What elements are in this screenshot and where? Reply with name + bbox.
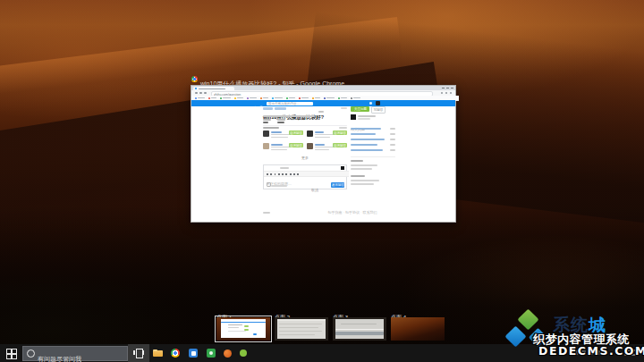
sidebar-text-line (351, 164, 377, 166)
related-question-link[interactable] (351, 133, 376, 135)
bookmark-star-icon[interactable] (441, 92, 443, 94)
bookmark-item[interactable] (234, 97, 243, 99)
more-link[interactable]: 更多 (263, 156, 347, 160)
taskbar-icon-file-explorer[interactable] (148, 344, 166, 362)
refresh-invites-link[interactable] (339, 127, 347, 129)
minimize-button[interactable] (442, 88, 445, 89)
invite-answer-button[interactable]: 邀请回答 (333, 143, 347, 147)
invite-user-name[interactable] (271, 144, 283, 146)
editor-placeholder[interactable]: 写下你的回答… (267, 177, 329, 181)
invite-avatar[interactable] (307, 130, 313, 137)
bookmark-item[interactable] (338, 97, 347, 99)
back-button[interactable] (195, 92, 198, 95)
question-sidebar: 关注问题 写回答 相关问题 (351, 106, 395, 222)
bookmark-item[interactable] (247, 97, 257, 99)
edit-link[interactable] (318, 111, 324, 113)
start-button[interactable] (0, 344, 21, 362)
related-question-link[interactable] (351, 149, 383, 151)
invite-avatar[interactable] (263, 130, 269, 137)
invite-answer-button[interactable]: 邀请回答 (333, 130, 347, 135)
maximize-button[interactable] (446, 88, 449, 89)
taskbar-icon-blue-app[interactable] (184, 344, 202, 362)
taskbar-icon-green-app[interactable] (202, 344, 220, 362)
watermark-logo-diamond-blue (504, 325, 526, 347)
invite-section-label (263, 127, 279, 129)
chrome-icon (171, 349, 180, 358)
desktop-thumbnail-2[interactable] (275, 317, 328, 341)
invite-user-name[interactable] (315, 131, 324, 133)
format-image-icon[interactable] (290, 173, 292, 175)
related-question-link[interactable] (351, 128, 381, 130)
taskbar-icon-green-app-2[interactable] (234, 344, 252, 362)
write-answer-button[interactable]: 写回答 (371, 106, 386, 114)
bell-icon[interactable] (369, 102, 372, 105)
close-button[interactable] (451, 88, 453, 89)
bookmark-item[interactable] (260, 97, 268, 99)
submit-answer-button[interactable]: 发布回答 (331, 182, 344, 188)
promo-tile[interactable] (351, 114, 356, 120)
format-code-icon[interactable] (293, 173, 295, 175)
desktop-label: 桌面 4 (391, 309, 445, 317)
format-italic-icon[interactable] (270, 173, 272, 175)
answer-editor[interactable]: 写回答 写下你的回答… 取消 发布回答 (263, 164, 347, 189)
related-question-link[interactable] (351, 144, 377, 146)
invite-user-name[interactable] (271, 131, 282, 133)
views-count (277, 122, 284, 123)
invite-avatar[interactable] (307, 143, 313, 149)
zhihu-search-input[interactable]: 搜索你感兴趣的内容… (267, 102, 313, 105)
desktop-thumbnail-4[interactable] (391, 317, 445, 341)
bookmark-item[interactable] (208, 97, 216, 99)
bookmark-item[interactable] (220, 97, 231, 99)
bookmark-item[interactable] (324, 97, 335, 99)
invite-answer-button[interactable]: 邀请回答 (289, 130, 303, 135)
zhihu-nav-messages[interactable]: 消息 (357, 102, 375, 105)
format-bold-icon[interactable] (267, 173, 268, 175)
page-footer-links[interactable]: 知乎指南 · 知乎协议 · 联系我们 (299, 211, 406, 215)
green-app-icon (207, 349, 216, 358)
sidebar-text-line (351, 183, 374, 185)
related-question-link[interactable] (351, 139, 385, 140)
blue-app-icon (189, 349, 198, 358)
virtual-desktops-strip: 桌面 1 桌面 2 桌面 3 (216, 309, 445, 341)
bookmark-item[interactable] (272, 97, 283, 99)
bookmark-item[interactable] (286, 97, 295, 99)
bookmark-item[interactable] (351, 97, 360, 99)
desktop-thumbnail-3[interactable] (333, 317, 386, 341)
bookmark-item[interactable] (195, 97, 205, 99)
task-view-button[interactable] (128, 344, 149, 362)
format-list-icon[interactable] (282, 173, 284, 175)
invite-user-bio (315, 147, 334, 147)
cancel-button[interactable]: 取消 (311, 183, 329, 187)
chrome-icon (191, 76, 198, 82)
desktop-label: 桌面 2 (275, 309, 328, 317)
desktop-thumbnail-1[interactable] (216, 317, 270, 341)
taskbar-search-placeholder: 有问题尽管问我 (38, 350, 100, 357)
format-quote-icon[interactable] (278, 173, 280, 175)
followers-label (263, 119, 271, 121)
bookmark-item[interactable] (312, 97, 320, 99)
taskbar-icon-chrome[interactable] (166, 344, 184, 362)
anonymous-checkbox[interactable] (267, 182, 271, 187)
taskbar-search-input[interactable]: 有问题尽管问我 (22, 346, 128, 361)
footer-left-link[interactable] (263, 212, 270, 214)
desktop-label: 桌面 3 (333, 309, 386, 317)
invite-avatar[interactable] (263, 143, 269, 149)
invite-user-name[interactable] (315, 144, 325, 146)
user-avatar[interactable] (376, 101, 380, 105)
editor-tab-secondary[interactable] (280, 167, 289, 169)
format-more-icon[interactable] (297, 173, 299, 175)
invite-card: 邀请回答 (307, 130, 347, 140)
extension-icon[interactable] (445, 92, 447, 94)
invite-answer-button[interactable]: 邀请回答 (289, 143, 303, 147)
bookmark-item[interactable] (299, 97, 309, 99)
follow-question-button[interactable]: 关注问题 (351, 106, 369, 112)
zhihu-page: win10用什么播放器比较好? 邀请回答 邀请回答 (191, 106, 455, 222)
format-underline-icon[interactable] (275, 173, 276, 175)
window-title-label: win10用什么播放器比较好? - 知乎 - Google Chrome (200, 75, 406, 82)
chrome-window-preview[interactable]: zhihu.com/question 知乎 搜索你感兴趣的内容… 首页 话题 发… (191, 85, 456, 223)
forward-button[interactable] (199, 92, 202, 95)
refresh-button[interactable] (204, 92, 207, 95)
format-link-icon[interactable] (285, 173, 287, 175)
menu-icon[interactable] (450, 92, 452, 94)
promo-text-line (358, 118, 370, 120)
